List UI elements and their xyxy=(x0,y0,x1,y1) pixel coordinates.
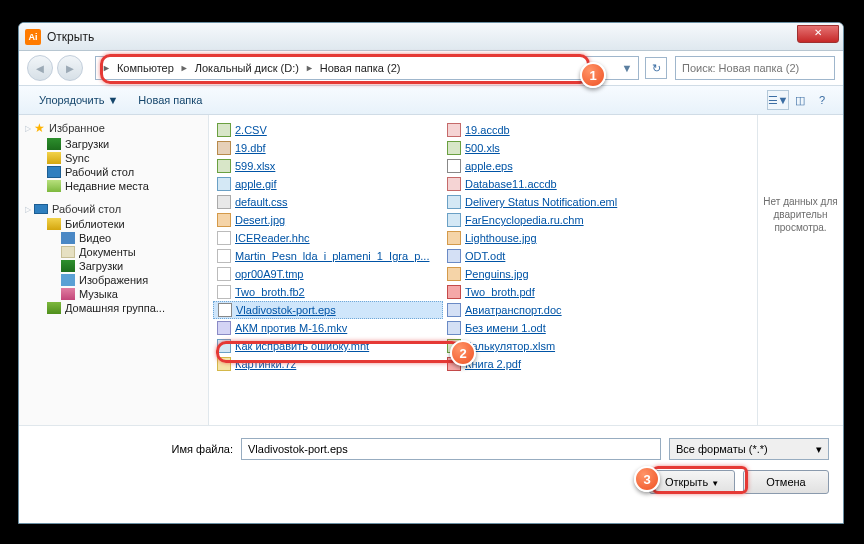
file-icon xyxy=(217,357,231,371)
sidebar-desktop[interactable]: ▷Рабочий стол xyxy=(19,201,208,217)
annotation-badge-1: 1 xyxy=(580,62,606,88)
file-name: FarEncyclopedia.ru.chm xyxy=(465,214,584,226)
file-icon xyxy=(217,339,231,353)
desktop-icon xyxy=(34,204,48,214)
images-icon xyxy=(61,274,75,286)
file-item[interactable]: Книга 2.pdf xyxy=(443,355,673,373)
sidebar-item-downloads[interactable]: Загрузки xyxy=(19,137,208,151)
recent-icon xyxy=(47,180,61,192)
file-item[interactable]: 599.xlsx xyxy=(213,157,443,175)
file-item[interactable]: 500.xls xyxy=(443,139,673,157)
file-icon xyxy=(217,141,231,155)
view-button[interactable]: ☰▼ xyxy=(767,90,789,110)
file-name: default.css xyxy=(235,196,288,208)
filetype-label: Все форматы (*.*) xyxy=(676,443,768,455)
file-item[interactable]: ODT.odt xyxy=(443,247,673,265)
file-item[interactable]: apple.gif xyxy=(213,175,443,193)
breadcrumb-item[interactable]: Компьютер xyxy=(113,62,178,74)
file-item[interactable]: Без имени 1.odt xyxy=(443,319,673,337)
search-input[interactable] xyxy=(675,56,835,80)
sidebar-item-documents[interactable]: Документы xyxy=(19,245,208,259)
file-name: Martin_Pesn_lda_i_plameni_1_Igra_p... xyxy=(235,250,429,262)
sidebar-item-downloads2[interactable]: Загрузки xyxy=(19,259,208,273)
breadcrumb[interactable]: ► Компьютер ► Локальный диск (D:) ► Нова… xyxy=(95,56,639,80)
help-button[interactable]: ? xyxy=(811,90,833,110)
file-item[interactable]: Delivery Status Notification.eml xyxy=(443,193,673,211)
file-icon xyxy=(217,213,231,227)
file-item[interactable]: apple.eps xyxy=(443,157,673,175)
file-item[interactable]: Авиатранспорт.doc xyxy=(443,301,673,319)
desktop-icon xyxy=(47,166,61,178)
file-icon xyxy=(217,321,231,335)
sidebar-item-homegroup[interactable]: Домашняя группа... xyxy=(19,301,208,315)
filename-input[interactable] xyxy=(241,438,661,460)
file-icon xyxy=(217,177,231,191)
sidebar-item-libraries[interactable]: Библиотеки xyxy=(19,217,208,231)
file-name: Без имени 1.odt xyxy=(465,322,546,334)
sidebar-item-images[interactable]: Изображения xyxy=(19,273,208,287)
file-item[interactable]: АКМ против М-16.mkv xyxy=(213,319,443,337)
sidebar-item-sync[interactable]: Sync xyxy=(19,151,208,165)
close-button[interactable]: ✕ xyxy=(797,25,839,43)
file-item[interactable]: 19.accdb xyxy=(443,121,673,139)
file-item[interactable]: Database11.accdb xyxy=(443,175,673,193)
sidebar-item-desktop[interactable]: Рабочий стол xyxy=(19,165,208,179)
file-name: 500.xls xyxy=(465,142,500,154)
organize-button[interactable]: Упорядочить ▼ xyxy=(29,90,128,110)
file-name: Two_broth.pdf xyxy=(465,286,535,298)
file-icon xyxy=(217,159,231,173)
refresh-button[interactable]: ↻ xyxy=(645,57,667,79)
file-icon xyxy=(447,141,461,155)
file-name: Картинки.7z xyxy=(235,358,296,370)
file-item[interactable]: ICEReader.hhc xyxy=(213,229,443,247)
preview-pane-button[interactable]: ◫ xyxy=(789,90,811,110)
toolbar: Упорядочить ▼ Новая папка ☰▼ ◫ ? xyxy=(19,85,843,115)
sidebar: ▷★Избранное Загрузки Sync Рабочий стол Н… xyxy=(19,115,209,425)
sidebar-item-music[interactable]: Музыка xyxy=(19,287,208,301)
file-name: Как исправить ошибку.mht xyxy=(235,340,369,352)
file-name: Penguins.jpg xyxy=(465,268,529,280)
folder-icon xyxy=(47,152,61,164)
file-name: Desert.jpg xyxy=(235,214,285,226)
file-item[interactable]: Калькулятор.xlsm xyxy=(443,337,673,355)
sidebar-favorites[interactable]: ▷★Избранное xyxy=(19,119,208,137)
file-item[interactable]: FarEncyclopedia.ru.chm xyxy=(443,211,673,229)
file-item[interactable]: default.css xyxy=(213,193,443,211)
file-item[interactable]: opr00A9T.tmp xyxy=(213,265,443,283)
sidebar-item-video[interactable]: Видео xyxy=(19,231,208,245)
filetype-select[interactable]: Все форматы (*.*) ▾ xyxy=(669,438,829,460)
file-item[interactable]: 2.CSV xyxy=(213,121,443,139)
breadcrumb-item[interactable]: Локальный диск (D:) xyxy=(191,62,303,74)
chevron-down-icon: ▼ xyxy=(107,94,118,106)
file-icon xyxy=(447,267,461,281)
file-item[interactable]: Картинки.7z xyxy=(213,355,443,373)
file-item[interactable]: Lighthouse.jpg xyxy=(443,229,673,247)
open-button[interactable]: Открыть ▼ xyxy=(649,470,735,494)
libraries-icon xyxy=(47,218,61,230)
file-item[interactable]: Penguins.jpg xyxy=(443,265,673,283)
forward-button[interactable]: ► xyxy=(57,55,83,81)
annotation-badge-3: 3 xyxy=(634,466,660,492)
file-item[interactable]: Martin_Pesn_lda_i_plameni_1_Igra_p... xyxy=(213,247,443,265)
file-item[interactable]: Two_broth.fb2 xyxy=(213,283,443,301)
file-item[interactable]: Vladivostok-port.eps xyxy=(213,301,443,319)
file-icon xyxy=(447,195,461,209)
file-name: Two_broth.fb2 xyxy=(235,286,305,298)
window-title: Открыть xyxy=(47,30,94,44)
breadcrumb-dropdown-icon[interactable]: ▼ xyxy=(620,62,634,74)
sidebar-item-recent[interactable]: Недавние места xyxy=(19,179,208,193)
cancel-button[interactable]: Отмена xyxy=(743,470,829,494)
newfolder-button[interactable]: Новая папка xyxy=(128,90,212,110)
file-item[interactable]: Как исправить ошибку.mht xyxy=(213,337,443,355)
file-item[interactable]: 19.dbf xyxy=(213,139,443,157)
back-button[interactable]: ◄ xyxy=(27,55,53,81)
chevron-right-icon: ► xyxy=(303,63,316,73)
file-item[interactable]: Two_broth.pdf xyxy=(443,283,673,301)
titlebar: Ai Открыть ✕ xyxy=(19,23,843,51)
chevron-right-icon: ► xyxy=(100,63,113,73)
breadcrumb-item[interactable]: Новая папка (2) xyxy=(316,62,405,74)
file-item[interactable]: Desert.jpg xyxy=(213,211,443,229)
file-icon xyxy=(447,303,461,317)
file-icon xyxy=(447,159,461,173)
downloads-icon xyxy=(47,138,61,150)
